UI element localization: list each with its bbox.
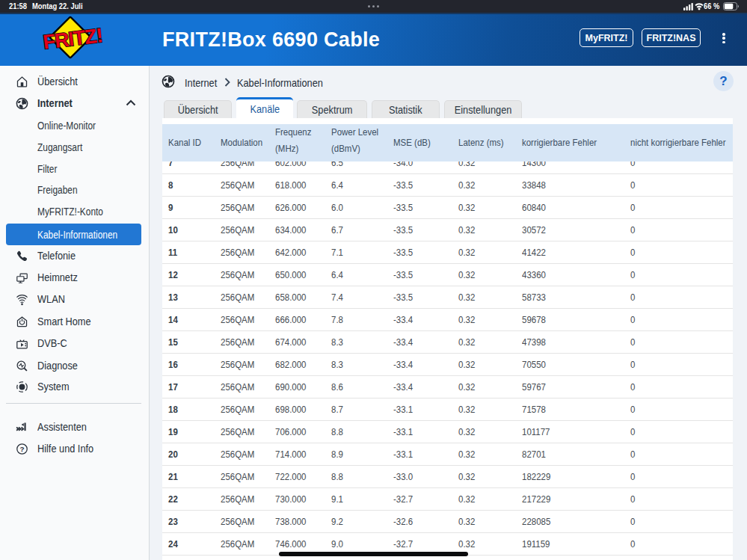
- svg-text:?: ?: [19, 445, 24, 453]
- svg-text:FRITZ!: FRITZ!: [42, 24, 104, 53]
